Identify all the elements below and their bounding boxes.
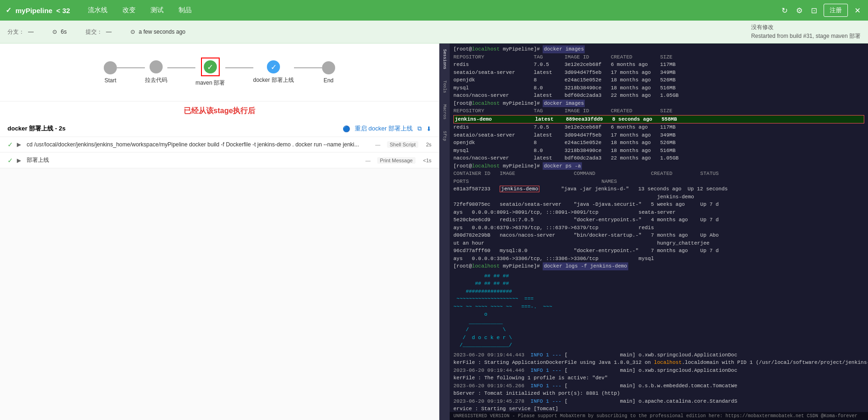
step-success-icon-2: ✓ — [7, 157, 13, 164]
external-icon[interactable]: ⊡ — [809, 4, 819, 17]
term-row-nacos1: nacos/nacos-server latest bdf60dc2ada3 2… — [453, 92, 864, 100]
term-ps-subheader: PORTS NAMES — [453, 178, 864, 186]
term-row-nacos2: nacos/nacos-server latest bdf60dc2ada3 2… — [453, 154, 864, 162]
spring-log-2b: kerFile : The following 1 profile is act… — [453, 374, 864, 382]
connector-4 — [294, 67, 322, 68]
stage-end: End — [322, 61, 335, 84]
term-cmd-logs: [root@localhost myPipeline]# docker logs… — [453, 262, 864, 270]
right-panel: Sessions Tools Macros Sftp [root@localho… — [439, 43, 868, 420]
nav-test[interactable]: 测试 — [144, 3, 170, 17]
register-button[interactable]: 注册 — [824, 4, 848, 17]
no-change-text: 没有修改 — [751, 23, 861, 31]
restart-text: Restarted from build #31, stage maven 部署 — [751, 32, 861, 40]
step-type-2: Print Message — [377, 157, 416, 164]
term-row-jenkins-highlighted: jenkins-demo latest 889eea33fdd9 8 secon… — [453, 115, 864, 124]
pipeline-title: ✓ myPipeline < 32 — [6, 6, 70, 14]
step-expand-2[interactable]: ▶ — [17, 157, 21, 164]
meta-right: 没有修改 Restarted from build #31, stage mav… — [751, 23, 861, 40]
nav-artifact[interactable]: 制品 — [172, 3, 198, 17]
clock-icon2: ⊙ — [130, 29, 135, 35]
download-icon[interactable]: ⬇ — [426, 125, 431, 132]
duration-value: 6s — [61, 29, 67, 35]
step-duration-2: <1s — [423, 158, 431, 163]
spring-log-3b: bServer : Tomcat initialized with port(s… — [453, 390, 864, 398]
duration-meta: ⊙ 6s — [52, 23, 67, 40]
settings-icon[interactable]: ⚙ — [794, 4, 804, 17]
branch-meta: 分支： — — [7, 23, 34, 40]
nav-changes[interactable]: 改变 — [116, 3, 142, 17]
term-row-mysql1: mysql 8.0 3218b38490ce 18 months ago 516… — [453, 84, 864, 92]
restart-icon: 🔵 — [343, 125, 350, 132]
close-icon[interactable]: ✕ — [853, 4, 862, 17]
stage-checkout: 拉去代码 — [145, 60, 167, 84]
restart-button[interactable]: 重启 docker 部署上线 — [355, 124, 413, 133]
stage-docker-circle: ✓ — [267, 60, 280, 73]
stage-maven-label: maven 部署 — [195, 79, 225, 87]
top-actions: ↻ ⚙ ⊡ 注册 ✕ — [780, 4, 862, 17]
step-row: ✓ ▶ cd /usr/local/docker/jenkins/jenkins… — [0, 137, 439, 152]
term-header-1: REPOSITORY TAG IMAGE ID CREATED SIZE — [453, 53, 864, 61]
term-row-seata2: seataio/seata-server latest 3d094d47f5eb… — [453, 131, 864, 139]
commit-meta: 提交： — — [86, 23, 112, 40]
term-cmd-ps: [root@localhost myPipeline]# docker ps -… — [453, 162, 864, 170]
stage-start-label: Start — [104, 77, 116, 84]
branch-label: 分支： — [7, 28, 24, 36]
term-row-openjdk2: openjdk 8 e24ac15e052e 18 months ago 526… — [453, 139, 864, 147]
refresh-icon[interactable]: ↻ — [780, 4, 789, 17]
step-duration-1: 2s — [426, 142, 431, 147]
term-ps-row-jenkins: e81a3f587233 jenkins-demo "java -jar jen… — [453, 185, 864, 193]
spring-log-2: 2023-06-20 09:19:44.446 INFO 1 --- [ mai… — [453, 367, 864, 375]
term-cmd-1: [root@localhost myPipeline]# docker imag… — [453, 45, 864, 53]
build-steps-actions: 🔵 重启 docker 部署上线 ⧉ ⬇ — [343, 124, 431, 133]
term-row-redis1: redis 7.0.5 3e12e2ceb68f 6 months ago 11… — [453, 61, 864, 69]
clock-icon: ⊙ — [52, 29, 57, 35]
term-row-seata1: seataio/seata-server latest 3d094d47f5eb… — [453, 69, 864, 77]
term-row-mysql2: mysql 8.0 3218b38490ce 18 months ago 516… — [453, 147, 864, 155]
term-ps-row-seata2: ays 0.0.0.0:8091->8091/tcp, :::8091->809… — [453, 209, 864, 217]
term-ps-row-seata: 72fef98075ec seataio/seata-server "java … — [453, 201, 864, 209]
side-macros[interactable]: Macros — [441, 102, 448, 121]
commit-value: — — [106, 29, 112, 35]
term-ps-header: CONTAINER ID IMAGE COMMAND CREATED STATU… — [453, 170, 864, 178]
meta-bar: 分支： — ⊙ 6s 提交： — ⊙ a few seconds ago 没有修… — [0, 21, 868, 43]
stage-maven: ✓ maven 部署 — [195, 58, 225, 87]
side-tools[interactable]: Tools — [441, 79, 448, 95]
terminal-footer: UNREGISTERED VERSION - Please support Mo… — [450, 412, 868, 420]
main-content: Start 拉去代码 ✓ maven 部署 ✓ docker 部署上线 — [0, 43, 868, 420]
step-expand-1[interactable]: ▶ — [17, 141, 21, 148]
stage-maven-circle: ✓ — [204, 60, 217, 73]
stage-end-circle — [322, 61, 335, 74]
top-bar: ✓ myPipeline < 32 流水线 改变 测试 制品 ↻ ⚙ ⊡ 注册 … — [0, 0, 868, 21]
spring-log-3: 2023-06-20 09:19:45.266 INFO 1 --- [ mai… — [453, 382, 864, 390]
nav-pipeline[interactable]: 流水线 — [81, 3, 114, 17]
pipeline-stages: Start 拉去代码 ✓ maven 部署 ✓ docker 部署上线 — [0, 43, 439, 101]
steps-list: ✓ ▶ cd /usr/local/docker/jenkins/jenkins… — [0, 137, 439, 420]
term-row-openjdk1: openjdk 8 e24ac15e052e 18 months ago 526… — [453, 76, 864, 84]
stage-start: Start — [104, 61, 117, 84]
terminal-content: [root@localhost myPipeline]# docker imag… — [450, 43, 868, 412]
spring-log-1b: kerFile : Starting ApplicationDockerFile… — [453, 359, 864, 367]
left-panel: Start 拉去代码 ✓ maven 部署 ✓ docker 部署上线 — [0, 43, 439, 420]
term-ps-row-redis: 5e20cbee6cd9 redis:7.0.5 "docker-entrypo… — [453, 216, 864, 224]
last-commit-meta: ⊙ a few seconds ago — [130, 23, 186, 40]
branch-value: — — [28, 29, 34, 35]
term-cmd-2: [root@localhost myPipeline]# docker imag… — [453, 100, 864, 108]
step-separator-2: — — [366, 158, 371, 163]
connector-2 — [167, 67, 195, 68]
external-link-icon[interactable]: ⧉ — [417, 125, 422, 132]
side-toolbar: Sessions Tools Macros Sftp — [439, 43, 450, 420]
stage-docker-label: docker 部署上线 — [253, 76, 294, 84]
commit-label: 提交： — [86, 28, 102, 36]
term-ps-row-mysql2: ays 0.0.0.0:3306->3306/tcp, :::3306->330… — [453, 255, 864, 263]
spring-log-4: 2023-06-20 09:19:45.278 INFO 1 --- [ mai… — [453, 398, 864, 406]
side-sftp[interactable]: Sftp — [441, 129, 448, 143]
stage-start-circle — [104, 61, 117, 74]
term-header-2: REPOSITORY TAG IMAGE ID CREATED SIZE — [453, 107, 864, 115]
spring-log-1: 2023-06-20 09:19:44.443 INFO 1 --- [ mai… — [453, 351, 864, 359]
stage-maven-highlight: ✓ — [201, 58, 220, 76]
side-sessions[interactable]: Sessions — [441, 47, 448, 71]
stage-end-label: End — [323, 77, 333, 84]
spring-log-4b: ervice : Starting service [Tomcat] — [453, 405, 864, 412]
term-ps-row-redis2: ays 0.0.0.0:6379->6379/tcp, :::6379->637… — [453, 224, 864, 232]
step-type-1: Shell Script — [387, 141, 419, 148]
